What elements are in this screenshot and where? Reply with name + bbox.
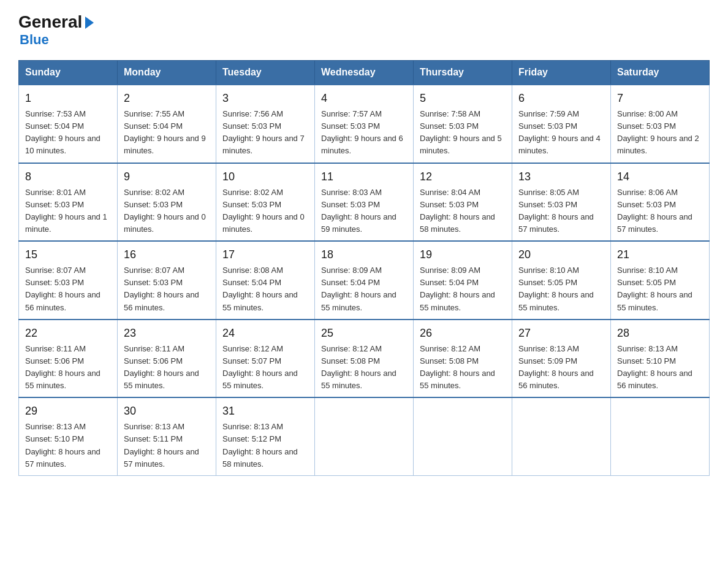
day-number-3: 3 — [222, 90, 308, 107]
day-number-15: 15 — [25, 247, 111, 263]
day-info-23: Sunrise: 8:11 AMSunset: 5:06 PMDaylight:… — [124, 343, 210, 393]
day-number-9: 9 — [124, 169, 210, 185]
day-number-21: 21 — [617, 247, 703, 263]
day-number-20: 20 — [518, 247, 604, 263]
day-info-18: Sunrise: 8:09 AMSunset: 5:04 PMDaylight:… — [321, 264, 407, 314]
day-number-4: 4 — [321, 90, 407, 107]
week-row-3: 15Sunrise: 8:07 AMSunset: 5:03 PMDayligh… — [19, 241, 710, 320]
day-number-22: 22 — [25, 325, 111, 342]
day-number-18: 18 — [321, 247, 407, 263]
day-cell-9: 9Sunrise: 8:02 AMSunset: 5:03 PMDaylight… — [118, 163, 216, 242]
day-number-23: 23 — [124, 325, 210, 342]
day-number-10: 10 — [222, 169, 308, 185]
day-cell-7: 7Sunrise: 8:00 AMSunset: 5:03 PMDaylight… — [611, 85, 710, 163]
day-cell-28: 28Sunrise: 8:13 AMSunset: 5:10 PMDayligh… — [611, 320, 710, 398]
day-info-9: Sunrise: 8:02 AMSunset: 5:03 PMDaylight:… — [124, 186, 210, 236]
logo-general-text: General — [18, 12, 94, 32]
day-number-28: 28 — [617, 325, 703, 342]
day-info-28: Sunrise: 8:13 AMSunset: 5:10 PMDaylight:… — [617, 343, 703, 393]
day-cell-14: 14Sunrise: 8:06 AMSunset: 5:03 PMDayligh… — [611, 163, 710, 242]
day-info-26: Sunrise: 8:12 AMSunset: 5:08 PMDaylight:… — [420, 343, 506, 393]
day-info-4: Sunrise: 7:57 AMSunset: 5:03 PMDaylight:… — [321, 108, 407, 158]
column-header-monday: Monday — [118, 61, 216, 85]
day-cell-30: 30Sunrise: 8:13 AMSunset: 5:11 PMDayligh… — [118, 397, 216, 475]
logo-blue-text: Blue — [20, 32, 49, 48]
day-cell-2: 2Sunrise: 7:55 AMSunset: 5:04 PMDaylight… — [118, 85, 216, 163]
day-cell-23: 23Sunrise: 8:11 AMSunset: 5:06 PMDayligh… — [118, 320, 216, 398]
day-cell-24: 24Sunrise: 8:12 AMSunset: 5:07 PMDayligh… — [216, 320, 315, 398]
day-number-2: 2 — [124, 90, 210, 107]
day-info-31: Sunrise: 8:13 AMSunset: 5:12 PMDaylight:… — [222, 421, 308, 470]
day-cell-10: 10Sunrise: 8:02 AMSunset: 5:03 PMDayligh… — [216, 163, 315, 242]
empty-cell — [611, 397, 710, 475]
day-cell-5: 5Sunrise: 7:58 AMSunset: 5:03 PMDaylight… — [414, 85, 512, 163]
day-info-2: Sunrise: 7:55 AMSunset: 5:04 PMDaylight:… — [124, 108, 210, 158]
day-number-14: 14 — [617, 169, 703, 185]
day-number-11: 11 — [321, 169, 407, 185]
day-info-7: Sunrise: 8:00 AMSunset: 5:03 PMDaylight:… — [617, 108, 703, 158]
logo-general-word: General — [18, 12, 82, 32]
day-info-21: Sunrise: 8:10 AMSunset: 5:05 PMDaylight:… — [617, 264, 703, 314]
day-cell-4: 4Sunrise: 7:57 AMSunset: 5:03 PMDaylight… — [315, 85, 414, 163]
day-info-10: Sunrise: 8:02 AMSunset: 5:03 PMDaylight:… — [222, 186, 308, 236]
day-cell-11: 11Sunrise: 8:03 AMSunset: 5:03 PMDayligh… — [315, 163, 414, 242]
day-info-5: Sunrise: 7:58 AMSunset: 5:03 PMDaylight:… — [420, 108, 506, 158]
column-header-wednesday: Wednesday — [315, 61, 414, 85]
week-row-4: 22Sunrise: 8:11 AMSunset: 5:06 PMDayligh… — [19, 320, 710, 398]
empty-cell — [414, 397, 512, 475]
day-number-31: 31 — [222, 403, 308, 419]
day-number-24: 24 — [222, 325, 308, 342]
day-number-29: 29 — [25, 403, 111, 419]
calendar-table: SundayMondayTuesdayWednesdayThursdayFrid… — [18, 60, 710, 476]
day-cell-26: 26Sunrise: 8:12 AMSunset: 5:08 PMDayligh… — [414, 320, 512, 398]
day-info-15: Sunrise: 8:07 AMSunset: 5:03 PMDaylight:… — [25, 264, 111, 314]
day-number-17: 17 — [222, 247, 308, 263]
day-cell-27: 27Sunrise: 8:13 AMSunset: 5:09 PMDayligh… — [512, 320, 611, 398]
week-row-1: 1Sunrise: 7:53 AMSunset: 5:04 PMDaylight… — [19, 85, 710, 163]
day-info-13: Sunrise: 8:05 AMSunset: 5:03 PMDaylight:… — [518, 186, 604, 236]
day-cell-19: 19Sunrise: 8:09 AMSunset: 5:04 PMDayligh… — [414, 241, 512, 320]
column-header-tuesday: Tuesday — [216, 61, 315, 85]
week-row-2: 8Sunrise: 8:01 AMSunset: 5:03 PMDaylight… — [19, 163, 710, 242]
day-cell-18: 18Sunrise: 8:09 AMSunset: 5:04 PMDayligh… — [315, 241, 414, 320]
day-number-16: 16 — [124, 247, 210, 263]
day-cell-6: 6Sunrise: 7:59 AMSunset: 5:03 PMDaylight… — [512, 85, 611, 163]
page-header: General Blue — [18, 12, 710, 48]
day-info-29: Sunrise: 8:13 AMSunset: 5:10 PMDaylight:… — [25, 421, 111, 470]
week-row-5: 29Sunrise: 8:13 AMSunset: 5:10 PMDayligh… — [19, 397, 710, 475]
day-number-25: 25 — [321, 325, 407, 342]
logo: General Blue — [18, 12, 94, 48]
day-info-20: Sunrise: 8:10 AMSunset: 5:05 PMDaylight:… — [518, 264, 604, 314]
day-cell-15: 15Sunrise: 8:07 AMSunset: 5:03 PMDayligh… — [19, 241, 118, 320]
day-info-30: Sunrise: 8:13 AMSunset: 5:11 PMDaylight:… — [124, 421, 210, 470]
day-number-27: 27 — [518, 325, 604, 342]
day-number-12: 12 — [420, 169, 506, 185]
day-number-7: 7 — [617, 90, 703, 107]
day-info-27: Sunrise: 8:13 AMSunset: 5:09 PMDaylight:… — [518, 343, 604, 393]
day-cell-20: 20Sunrise: 8:10 AMSunset: 5:05 PMDayligh… — [512, 241, 611, 320]
day-number-13: 13 — [518, 169, 604, 185]
column-header-friday: Friday — [512, 61, 611, 85]
day-cell-16: 16Sunrise: 8:07 AMSunset: 5:03 PMDayligh… — [118, 241, 216, 320]
day-number-1: 1 — [25, 90, 111, 107]
empty-cell — [315, 397, 414, 475]
day-cell-12: 12Sunrise: 8:04 AMSunset: 5:03 PMDayligh… — [414, 163, 512, 242]
day-info-14: Sunrise: 8:06 AMSunset: 5:03 PMDaylight:… — [617, 186, 703, 236]
day-info-12: Sunrise: 8:04 AMSunset: 5:03 PMDaylight:… — [420, 186, 506, 236]
day-info-6: Sunrise: 7:59 AMSunset: 5:03 PMDaylight:… — [518, 108, 604, 158]
day-info-3: Sunrise: 7:56 AMSunset: 5:03 PMDaylight:… — [222, 108, 308, 158]
day-number-6: 6 — [518, 90, 604, 107]
day-cell-1: 1Sunrise: 7:53 AMSunset: 5:04 PMDaylight… — [19, 85, 118, 163]
calendar-header-row: SundayMondayTuesdayWednesdayThursdayFrid… — [19, 61, 710, 85]
day-info-8: Sunrise: 8:01 AMSunset: 5:03 PMDaylight:… — [25, 186, 111, 236]
day-number-26: 26 — [420, 325, 506, 342]
day-info-17: Sunrise: 8:08 AMSunset: 5:04 PMDaylight:… — [222, 264, 308, 314]
day-cell-29: 29Sunrise: 8:13 AMSunset: 5:10 PMDayligh… — [19, 397, 118, 475]
empty-cell — [512, 397, 611, 475]
day-cell-3: 3Sunrise: 7:56 AMSunset: 5:03 PMDaylight… — [216, 85, 315, 163]
column-header-thursday: Thursday — [414, 61, 512, 85]
day-info-1: Sunrise: 7:53 AMSunset: 5:04 PMDaylight:… — [25, 108, 111, 158]
day-info-16: Sunrise: 8:07 AMSunset: 5:03 PMDaylight:… — [124, 264, 210, 314]
column-header-sunday: Sunday — [19, 61, 118, 85]
day-info-24: Sunrise: 8:12 AMSunset: 5:07 PMDaylight:… — [222, 343, 308, 393]
